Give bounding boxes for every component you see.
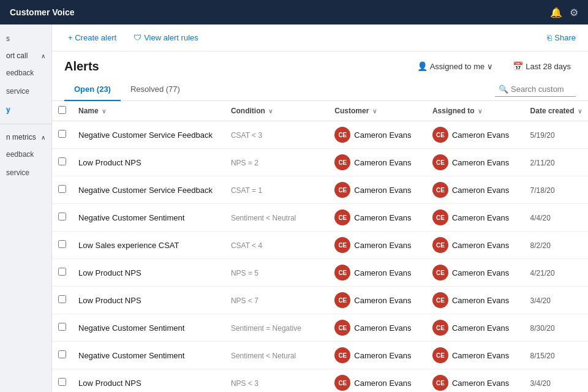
sidebar-item-feedback2[interactable]: eedback: [0, 145, 51, 164]
sidebar-item-feedback[interactable]: eedback: [0, 64, 51, 82]
row-checkbox[interactable]: [58, 130, 66, 138]
row-checkbox[interactable]: [58, 378, 66, 386]
sidebar-label-metrics: n metrics: [6, 133, 36, 141]
row-assigned-cell: CE Cameron Evans: [426, 232, 524, 259]
sidebar-item-service[interactable]: service: [0, 82, 51, 100]
view-alert-rules-button[interactable]: 🛡 View alert rules: [130, 31, 202, 45]
row-checkbox-cell: [52, 121, 72, 149]
row-name-cell: Negative Customer Sentiment: [72, 204, 225, 232]
customer-name: Cameron Evans: [354, 323, 411, 333]
sidebar-item-y[interactable]: y: [0, 100, 51, 119]
search-box[interactable]: 🔍: [495, 82, 576, 97]
row-name-cell: Low Sales experience CSAT: [72, 232, 225, 259]
table-row: Low Product NPS NPS = 5 CE Cameron Evans…: [52, 259, 588, 287]
table-row: Negative Customer Service Feedback CSAT …: [52, 121, 588, 149]
sort-icon-assigned: ∨: [478, 108, 482, 115]
row-date-cell: 8/2/20: [524, 232, 588, 259]
tab-resolved[interactable]: Resolved (77): [121, 78, 190, 101]
table-row: Low Product NPS NPS = 2 CE Cameron Evans…: [52, 149, 588, 176]
top-bar-icons: 🔔 ⚙: [550, 7, 578, 18]
content-area: + Create alert 🛡 View alert rules ⎗ Shar…: [52, 24, 588, 392]
row-customer-cell: CE Cameron Evans: [328, 342, 426, 369]
table-row: Negative Customer Sentiment Sentiment = …: [52, 314, 588, 342]
assigned-avatar: CE: [432, 154, 448, 170]
row-checkbox-cell: [52, 287, 72, 314]
share-button[interactable]: ⎗ Share: [547, 33, 576, 42]
row-checkbox[interactable]: [58, 295, 66, 303]
sort-icon-customer: ∨: [372, 108, 377, 115]
sidebar-item-service2[interactable]: service: [0, 164, 51, 182]
row-checkbox-cell: [52, 259, 72, 287]
row-condition-cell: NPS < 3: [225, 369, 328, 393]
row-checkbox[interactable]: [58, 350, 66, 358]
col-header-name[interactable]: Name ∨: [72, 101, 225, 121]
customer-avatar: CE: [334, 347, 350, 363]
row-condition-cell: NPS = 5: [225, 259, 328, 287]
person-icon: 👤: [417, 61, 428, 71]
assigned-name: Cameron Evans: [452, 296, 509, 305]
row-condition-cell: CSAT < 4: [225, 232, 328, 259]
top-bar: Customer Voice 🔔 ⚙: [0, 0, 588, 24]
assigned-filter[interactable]: 👤 Assigned to me ∨: [412, 59, 499, 74]
row-condition-cell: CSAT = 1: [225, 176, 328, 204]
customer-name: Cameron Evans: [354, 241, 411, 250]
chevron-down-icon: ∨: [487, 62, 493, 71]
assigned-avatar: CE: [432, 320, 448, 336]
settings-icon[interactable]: ⚙: [570, 7, 578, 18]
row-checkbox[interactable]: [58, 240, 66, 248]
search-input[interactable]: [511, 85, 572, 94]
assigned-name: Cameron Evans: [452, 323, 509, 333]
tab-open[interactable]: Open (23): [64, 78, 121, 101]
tabs: Open (23) Resolved (77): [64, 78, 190, 100]
customer-avatar: CE: [334, 154, 350, 170]
row-checkbox-cell: [52, 204, 72, 232]
row-assigned-cell: CE Cameron Evans: [426, 287, 524, 314]
table-container[interactable]: Name ∨ Condition ∨ Customer ∨: [52, 101, 588, 392]
row-customer-cell: CE Cameron Evans: [328, 121, 426, 149]
app-container: Customer Voice 🔔 ⚙ s ort call ∧ eedback …: [0, 0, 588, 392]
row-checkbox[interactable]: [58, 185, 66, 193]
table-header-row: Name ∨ Condition ∨ Customer ∨: [52, 101, 588, 121]
select-all-checkbox[interactable]: [58, 106, 66, 114]
row-name-cell: Negative Customer Service Feedback: [72, 121, 225, 149]
app-title: Customer Voice: [10, 7, 75, 17]
row-checkbox[interactable]: [58, 213, 66, 221]
row-assigned-cell: CE Cameron Evans: [426, 149, 524, 176]
col-header-condition[interactable]: Condition ∨: [225, 101, 328, 121]
customer-name: Cameron Evans: [354, 158, 411, 167]
sidebar-section-metrics[interactable]: n metrics ∧: [0, 129, 51, 145]
row-customer-cell: CE Cameron Evans: [328, 369, 426, 393]
row-condition-cell: Sentiment = Negative: [225, 314, 328, 342]
customer-avatar: CE: [334, 127, 350, 143]
create-alert-button[interactable]: + Create alert: [64, 31, 120, 45]
row-checkbox-cell: [52, 232, 72, 259]
row-checkbox[interactable]: [58, 268, 66, 276]
col-header-customer[interactable]: Customer ∨: [328, 101, 426, 121]
sidebar-item-s: s: [0, 29, 51, 48]
assigned-avatar: CE: [432, 292, 448, 308]
col-header-date[interactable]: Date created ∨: [524, 101, 588, 121]
row-checkbox-cell: [52, 149, 72, 176]
row-checkbox[interactable]: [58, 323, 66, 331]
row-date-cell: 7/18/20: [524, 176, 588, 204]
assigned-avatar: CE: [432, 237, 448, 253]
table-row: Negative Customer Service Feedback CSAT …: [52, 176, 588, 204]
row-date-cell: 4/4/20: [524, 204, 588, 232]
table-row: Negative Customer Sentiment Sentiment < …: [52, 342, 588, 369]
customer-avatar: CE: [334, 209, 350, 225]
col-header-assigned[interactable]: Assigned to ∨: [426, 101, 524, 121]
row-checkbox-cell: [52, 342, 72, 369]
customer-avatar: CE: [334, 182, 350, 198]
row-assigned-cell: CE Cameron Evans: [426, 369, 524, 393]
page-title: Alerts: [64, 59, 412, 74]
date-filter[interactable]: 📅 Last 28 days: [508, 59, 576, 74]
sort-icon-date: ∨: [578, 108, 582, 115]
row-condition-cell: Sentiment < Neutral: [225, 204, 328, 232]
bell-icon[interactable]: 🔔: [550, 7, 562, 18]
sidebar-section-ort-call[interactable]: ort call ∧: [0, 48, 51, 64]
customer-name: Cameron Evans: [354, 296, 411, 305]
sort-icon-name: ∨: [102, 108, 106, 115]
table-row: Negative Customer Sentiment Sentiment < …: [52, 204, 588, 232]
row-date-cell: 3/4/20: [524, 369, 588, 393]
row-checkbox[interactable]: [58, 157, 66, 165]
